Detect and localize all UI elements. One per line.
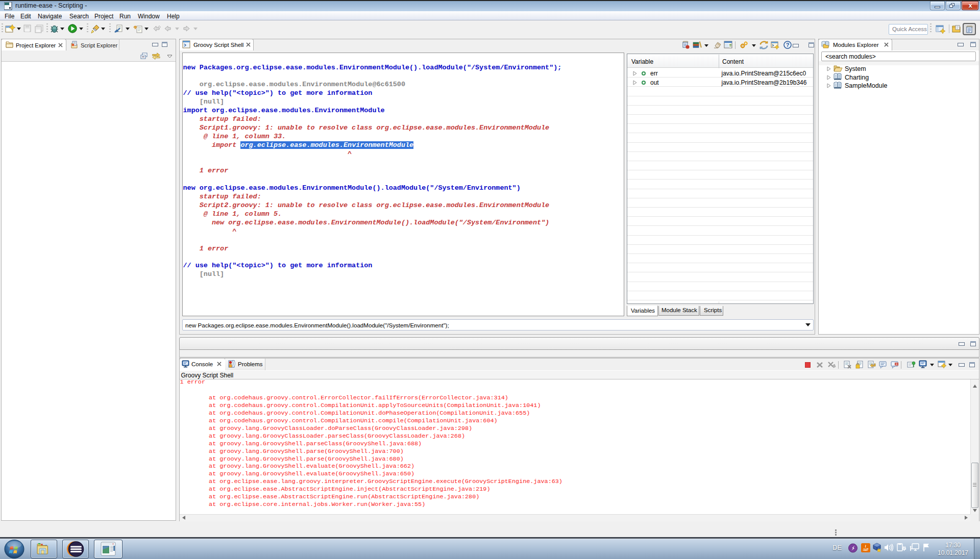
svg-text:?: ? xyxy=(786,42,790,48)
